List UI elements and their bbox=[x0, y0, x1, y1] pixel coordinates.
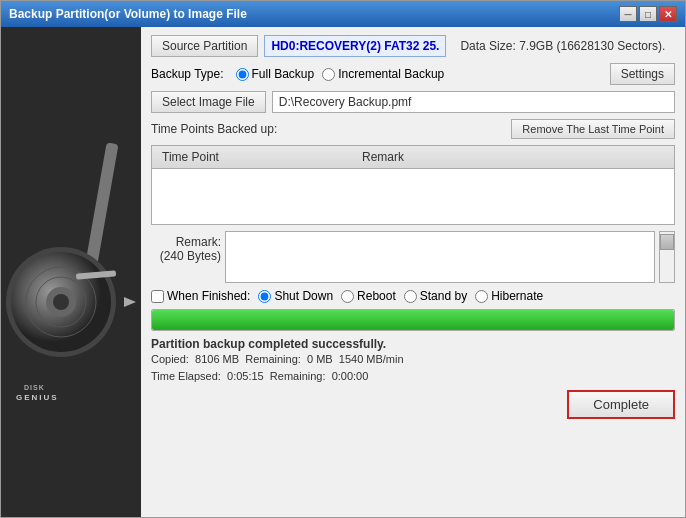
rem-time-label: Remaining: bbox=[270, 370, 326, 382]
copied-value: 8106 MB bbox=[195, 353, 239, 365]
incremental-radio[interactable] bbox=[322, 68, 335, 81]
close-button[interactable]: ✕ bbox=[659, 6, 677, 22]
shut-down-radio[interactable] bbox=[258, 290, 271, 303]
backup-type-label: Backup Type: bbox=[151, 67, 224, 81]
full-backup-radio[interactable] bbox=[236, 68, 249, 81]
full-backup-option[interactable]: Full Backup bbox=[236, 67, 315, 81]
col-time-point: Time Point bbox=[158, 148, 358, 166]
svg-marker-10 bbox=[124, 297, 136, 307]
settings-button[interactable]: Settings bbox=[610, 63, 675, 85]
table-body bbox=[152, 169, 674, 219]
when-finished-checkbox-label[interactable]: When Finished: bbox=[151, 289, 250, 303]
shut-down-option[interactable]: Shut Down bbox=[258, 289, 333, 303]
incremental-label: Incremental Backup bbox=[338, 67, 444, 81]
hibernate-radio[interactable] bbox=[475, 290, 488, 303]
copied-label: Copied: bbox=[151, 353, 189, 365]
left-panel: DISK GENIUS bbox=[1, 27, 141, 517]
svg-text:GENIUS: GENIUS bbox=[16, 393, 59, 402]
remark-label: Remark:(240 Bytes) bbox=[151, 231, 221, 263]
status-message: Partition backup completed successfully. bbox=[151, 337, 675, 351]
minimize-button[interactable]: ─ bbox=[619, 6, 637, 22]
stats-line2: Time Elapsed: 0:05:15 Remaining: 0:00:00 bbox=[151, 368, 675, 385]
image-path: D:\Recovery Backup.pmf bbox=[272, 91, 675, 113]
remark-scrollbar[interactable] bbox=[659, 231, 675, 283]
stand-by-label: Stand by bbox=[420, 289, 467, 303]
elapsed-value: 0:05:15 bbox=[227, 370, 264, 382]
stand-by-option[interactable]: Stand by bbox=[404, 289, 467, 303]
hibernate-option[interactable]: Hibernate bbox=[475, 289, 543, 303]
hibernate-label: Hibernate bbox=[491, 289, 543, 303]
elapsed-label: Time Elapsed: bbox=[151, 370, 221, 382]
stand-by-radio[interactable] bbox=[404, 290, 417, 303]
time-points-table: Time Point Remark bbox=[151, 145, 675, 225]
when-finished-row: When Finished: Shut Down Reboot Stand by… bbox=[151, 289, 675, 303]
reboot-label: Reboot bbox=[357, 289, 396, 303]
remaining-label: Remaining: bbox=[245, 353, 301, 365]
title-bar: Backup Partition(or Volume) to Image Fil… bbox=[1, 1, 685, 27]
select-image-file-button[interactable]: Select Image File bbox=[151, 91, 266, 113]
time-points-header: Time Points Backed up: Remove The Last T… bbox=[151, 119, 675, 139]
progress-bar-fill bbox=[152, 310, 674, 330]
disk-illustration: DISK GENIUS bbox=[6, 122, 136, 422]
svg-point-4 bbox=[53, 294, 69, 310]
scrollbar-thumb bbox=[660, 234, 674, 250]
main-window: Backup Partition(or Volume) to Image Fil… bbox=[0, 0, 686, 518]
reboot-radio[interactable] bbox=[341, 290, 354, 303]
remark-row: Remark:(240 Bytes) bbox=[151, 231, 675, 283]
speed-value: 1540 MB/min bbox=[339, 353, 404, 365]
full-backup-label: Full Backup bbox=[252, 67, 315, 81]
table-header: Time Point Remark bbox=[152, 146, 674, 169]
status-text: Partition backup completed successfully.… bbox=[151, 337, 675, 384]
shut-down-label: Shut Down bbox=[274, 289, 333, 303]
source-value: HD0:RECOVERY(2) FAT32 25. bbox=[264, 35, 446, 57]
svg-text:DISK: DISK bbox=[24, 384, 45, 391]
window-title: Backup Partition(or Volume) to Image Fil… bbox=[9, 7, 247, 21]
remark-textarea[interactable] bbox=[225, 231, 655, 283]
when-finished-label: When Finished: bbox=[167, 289, 250, 303]
backup-type-row: Backup Type: Full Backup Incremental Bac… bbox=[151, 63, 675, 85]
rem-time-value: 0:00:00 bbox=[332, 370, 369, 382]
maximize-button[interactable]: □ bbox=[639, 6, 657, 22]
stats-line1: Copied: 8106 MB Remaining: 0 MB 1540 MB/… bbox=[151, 351, 675, 368]
source-partition-button[interactable]: Source Partition bbox=[151, 35, 258, 57]
complete-button[interactable]: Complete bbox=[567, 390, 675, 419]
time-points-label: Time Points Backed up: bbox=[151, 122, 277, 136]
image-file-row: Select Image File D:\Recovery Backup.pmf bbox=[151, 91, 675, 113]
source-row: Source Partition HD0:RECOVERY(2) FAT32 2… bbox=[151, 35, 675, 57]
data-size: Data Size: 7.9GB (16628130 Sectors). bbox=[460, 39, 665, 53]
right-panel: Source Partition HD0:RECOVERY(2) FAT32 2… bbox=[141, 27, 685, 517]
reboot-option[interactable]: Reboot bbox=[341, 289, 396, 303]
incremental-backup-option[interactable]: Incremental Backup bbox=[322, 67, 444, 81]
title-bar-buttons: ─ □ ✕ bbox=[619, 6, 677, 22]
col-remark: Remark bbox=[358, 148, 408, 166]
when-finished-checkbox[interactable] bbox=[151, 290, 164, 303]
progress-bar-container bbox=[151, 309, 675, 331]
remaining-value: 0 MB bbox=[307, 353, 333, 365]
window-body: DISK GENIUS Source Partition HD0:RECOVER… bbox=[1, 27, 685, 517]
remove-last-point-button[interactable]: Remove The Last Time Point bbox=[511, 119, 675, 139]
bottom-row: Complete bbox=[151, 390, 675, 419]
